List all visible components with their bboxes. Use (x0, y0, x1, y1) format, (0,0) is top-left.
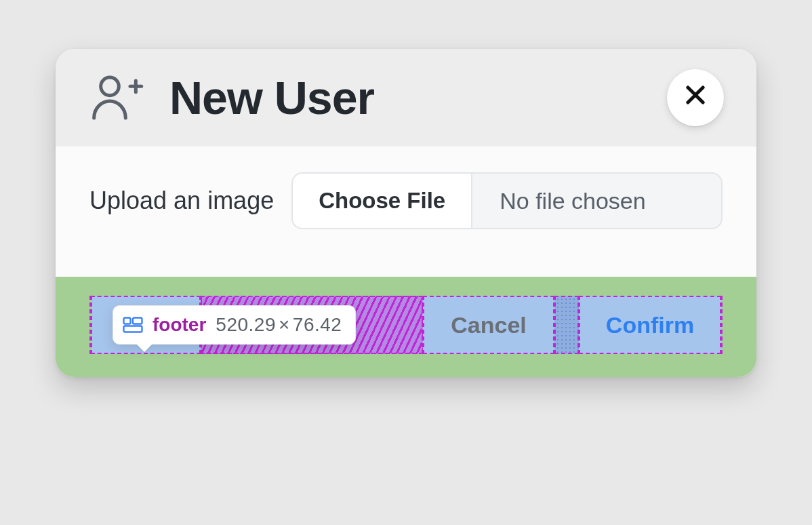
dialog-title: New User (169, 71, 374, 124)
dialog-body: Upload an image Choose File No file chos… (56, 147, 756, 277)
devtools-inspect-tooltip: footer 520.29×76.42 (113, 305, 356, 345)
svg-rect-5 (124, 318, 131, 324)
confirm-button[interactable]: Confirm (580, 297, 720, 353)
cancel-button[interactable]: Cancel (424, 297, 553, 353)
file-status-text: No file chosen (472, 174, 721, 228)
close-icon (683, 81, 708, 115)
file-input[interactable]: Choose File No file chosen (291, 172, 723, 229)
svg-point-0 (101, 77, 119, 96)
tooltip-dimensions: 520.29×76.42 (216, 314, 342, 336)
close-button[interactable] (667, 69, 724, 126)
choose-file-button[interactable]: Choose File (293, 174, 472, 228)
flex-gap (554, 296, 579, 354)
tooltip-times-symbol: × (276, 314, 293, 335)
flex-item-cancel: Cancel (423, 296, 554, 354)
dialog-header: New User (56, 49, 756, 147)
flex-layout-icon (123, 317, 143, 333)
tooltip-width: 520.29 (216, 314, 276, 335)
tooltip-height: 76.42 (293, 314, 342, 335)
user-plus-icon (89, 71, 144, 125)
tooltip-element-tag: footer (153, 314, 206, 336)
upload-image-field: Upload an image Choose File No file chos… (89, 172, 723, 229)
svg-rect-6 (133, 318, 142, 324)
flex-item-confirm: Confirm (579, 296, 721, 354)
upload-image-label: Upload an image (89, 187, 274, 215)
svg-rect-7 (124, 326, 142, 332)
new-user-dialog: New User Upload an image Choose File No … (56, 49, 756, 377)
